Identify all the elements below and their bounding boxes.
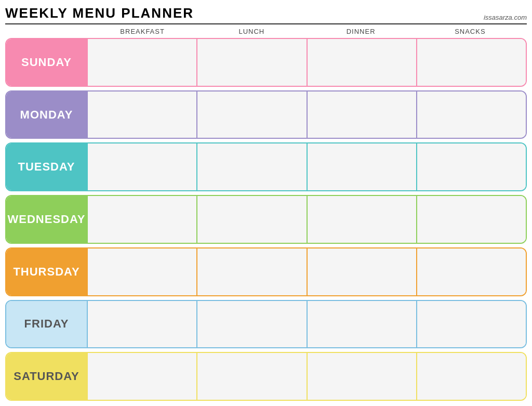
meal-input-thursday-snacks[interactable] [417,248,526,295]
day-label-thursday: Thursday [6,248,87,295]
day-row-tuesday: Tuesday [5,142,527,191]
page-title: Weekly Menu Planner [5,5,194,21]
meal-input-sunday-breakfast[interactable] [88,39,196,86]
meal-cell-monday-snacks [416,91,526,138]
meal-input-saturday-snacks[interactable] [417,353,526,400]
col-breakfast: Breakfast [88,28,197,35]
day-label-tuesday: Tuesday [6,143,87,190]
meal-cell-monday-lunch [196,91,306,138]
meal-input-saturday-lunch[interactable] [197,353,306,400]
day-label-friday: Friday [6,301,87,348]
day-label-sunday: Sunday [6,39,87,86]
day-label-monday: Monday [6,91,87,138]
meal-cell-sunday-lunch [196,39,306,86]
meal-cell-sunday-dinner [307,39,416,86]
col-snacks: Snacks [416,28,525,35]
meal-input-sunday-snacks[interactable] [417,39,526,86]
meal-cell-wednesday-dinner [307,196,416,243]
meal-cell-thursday-snacks [416,248,526,295]
day-row-monday: Monday [5,90,527,139]
meal-input-thursday-dinner[interactable] [308,248,416,295]
meal-input-tuesday-breakfast[interactable] [88,143,196,190]
day-row-sunday: Sunday [5,38,527,87]
meal-input-thursday-lunch[interactable] [197,248,306,295]
day-row-saturday: Saturday [5,352,527,401]
meal-cell-wednesday-breakfast [87,196,196,243]
meal-cell-tuesday-lunch [196,143,306,190]
meal-cell-wednesday-lunch [196,196,306,243]
meal-cell-friday-breakfast [87,301,196,348]
meal-input-sunday-dinner[interactable] [308,39,416,86]
meal-input-friday-breakfast[interactable] [88,301,196,348]
day-label-wednesday: Wednesday [6,196,87,243]
meal-cell-sunday-snacks [416,39,526,86]
meal-cell-friday-lunch [196,301,306,348]
meal-input-monday-lunch[interactable] [197,91,306,138]
meal-input-sunday-lunch[interactable] [197,39,306,86]
meal-input-monday-breakfast[interactable] [88,91,196,138]
col-day [7,28,88,35]
meal-input-tuesday-dinner[interactable] [308,143,416,190]
meal-input-tuesday-lunch[interactable] [197,143,306,190]
meal-cell-saturday-lunch [196,353,306,400]
meal-cell-sunday-breakfast [87,39,196,86]
meal-input-friday-snacks[interactable] [417,301,526,348]
meal-cell-friday-snacks [416,301,526,348]
col-dinner: Dinner [307,28,416,35]
meal-cell-monday-breakfast [87,91,196,138]
meal-input-saturday-breakfast[interactable] [88,353,196,400]
meal-input-tuesday-snacks[interactable] [417,143,526,190]
col-lunch: Lunch [197,28,306,35]
website-label: issasarza.com [484,14,527,21]
meal-input-wednesday-dinner[interactable] [308,196,416,243]
meal-cell-thursday-lunch [196,248,306,295]
meal-cell-tuesday-dinner [307,143,416,190]
meal-cell-friday-dinner [307,301,416,348]
day-label-saturday: Saturday [6,353,87,400]
meal-input-thursday-breakfast[interactable] [88,248,196,295]
weekly-menu-planner: Weekly Menu Planner issasarza.com Breakf… [5,5,527,401]
meal-input-monday-snacks[interactable] [417,91,526,138]
column-headers: Breakfast Lunch Dinner Snacks [5,28,527,35]
page-header: Weekly Menu Planner issasarza.com [5,5,527,24]
day-row-thursday: Thursday [5,247,527,296]
meal-cell-tuesday-breakfast [87,143,196,190]
days-container: SundayMondayTuesdayWednesdayThursdayFrid… [5,38,527,401]
day-row-wednesday: Wednesday [5,195,527,244]
meal-input-wednesday-lunch[interactable] [197,196,306,243]
meal-cell-wednesday-snacks [416,196,526,243]
meal-cell-saturday-breakfast [87,353,196,400]
meal-cell-monday-dinner [307,91,416,138]
meal-cell-tuesday-snacks [416,143,526,190]
meal-input-friday-dinner[interactable] [308,301,416,348]
day-row-friday: Friday [5,300,527,349]
meal-cell-saturday-dinner [307,353,416,400]
meal-cell-saturday-snacks [416,353,526,400]
meal-input-wednesday-breakfast[interactable] [88,196,196,243]
meal-input-wednesday-snacks[interactable] [417,196,526,243]
meal-input-monday-dinner[interactable] [308,91,416,138]
meal-input-friday-lunch[interactable] [197,301,306,348]
meal-cell-thursday-dinner [307,248,416,295]
meal-cell-thursday-breakfast [87,248,196,295]
meal-input-saturday-dinner[interactable] [308,353,416,400]
